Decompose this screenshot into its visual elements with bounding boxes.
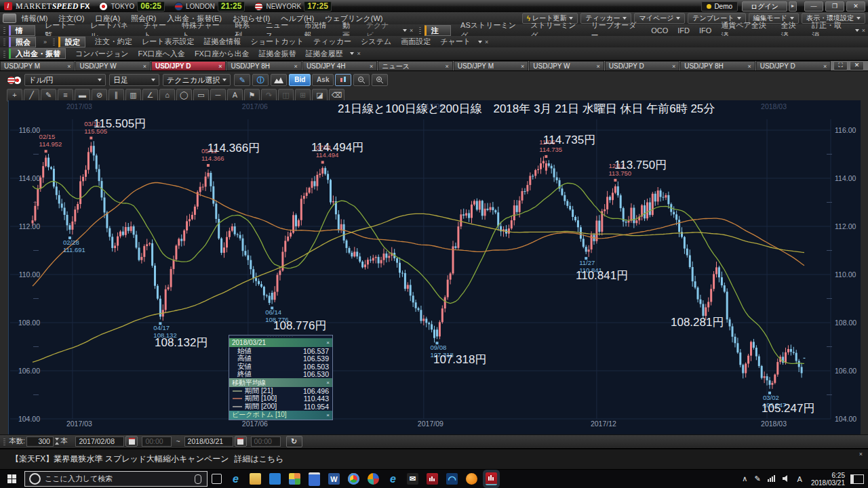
tab-usdjpy-m-2[interactable]: USD/JPY M× xyxy=(454,61,528,70)
hlines-tool-icon[interactable]: ≡ xyxy=(58,89,73,102)
news-close-icon[interactable]: × xyxy=(859,451,863,458)
tb-rate-display-settings[interactable]: レート表示設定 xyxy=(137,37,199,47)
maximize-pane-icon[interactable]: ⛶ xyxy=(833,61,848,70)
tb-chart-settings[interactable]: チャート xyxy=(435,37,475,47)
news-detail-link[interactable]: 詳細はこちら xyxy=(234,453,283,465)
reload-chart-icon[interactable]: ↻ xyxy=(286,436,302,447)
edge-2-icon[interactable]: e xyxy=(387,473,399,485)
tb-margin-transfer[interactable]: 証拠金振替 xyxy=(254,49,300,59)
close-icon[interactable]: × xyxy=(326,380,330,386)
marker-tool-icon[interactable]: ⚑ xyxy=(244,89,260,102)
restore-button[interactable]: ❐ xyxy=(825,1,844,12)
store-icon[interactable] xyxy=(269,473,281,485)
copy-tool-icon[interactable]: ◫ xyxy=(278,89,294,102)
clear-tool-icon[interactable]: ⌫ xyxy=(329,89,344,102)
speedline-tool-icon[interactable]: ⊘ xyxy=(92,89,107,102)
crosshair-tool-icon[interactable]: + xyxy=(7,89,22,102)
zoom-in-icon[interactable] xyxy=(372,74,388,86)
chart-data-tooltip[interactable]: ·········· 2018/03/21× 始値106.537 高値106.5… xyxy=(229,335,333,420)
pinwheel-app-icon[interactable] xyxy=(368,473,379,485)
calendar-icon[interactable] xyxy=(235,436,247,447)
tab-usdjpy-w-1[interactable]: USD/JPY W× xyxy=(75,61,150,70)
date-to-input[interactable]: 2018/03/21 xyxy=(184,436,233,447)
date-from-input[interactable]: 2017/02/08 xyxy=(75,436,124,447)
rectangle-tool-icon[interactable]: ▭ xyxy=(193,89,209,102)
action-center-icon[interactable] xyxy=(850,474,864,484)
chrome-icon[interactable] xyxy=(348,473,359,485)
candlestick-chart[interactable]: 116.00116.00114.00114.00112.00112.00110.… xyxy=(9,100,861,434)
marketspeed-fx-active-icon[interactable] xyxy=(486,472,497,485)
draw-mode-icon[interactable]: ✎ xyxy=(234,74,250,86)
ellipse-tool-icon[interactable]: ◯ xyxy=(176,89,192,102)
tb-ifd[interactable]: IFD xyxy=(673,26,694,35)
vlines-tool-icon[interactable]: ▥ xyxy=(125,89,141,102)
tab-usdjpy-4h[interactable]: USD/JPY 4H× xyxy=(302,61,377,70)
toolbar-close-icon[interactable]: × xyxy=(407,27,416,34)
close-button[interactable]: ✕ xyxy=(846,1,865,12)
orange-app-icon[interactable] xyxy=(466,473,477,485)
tb-fx-deposit[interactable]: FX口座へ入金 xyxy=(134,49,190,59)
office-icon[interactable] xyxy=(289,473,300,485)
tab-usdjpy-m-1[interactable]: USD/JPY M× xyxy=(0,61,75,70)
band-tool-icon[interactable]: ▬ xyxy=(75,89,90,102)
count-stepper[interactable] xyxy=(55,437,59,445)
drag-grip[interactable] xyxy=(3,50,5,58)
paste-tool-icon[interactable]: ⊞ xyxy=(295,89,311,102)
tab-usdjpy-8h-1[interactable]: USD/JPY 8H× xyxy=(226,61,301,70)
pen-icon[interactable]: ✎ xyxy=(754,474,760,483)
pentagon-tool-icon[interactable]: ⌂ xyxy=(159,89,175,102)
tab-usdjpy-d-2[interactable]: USD/JPY D× xyxy=(605,61,679,70)
timeframe-select[interactable]: 日足 xyxy=(109,74,159,86)
tb-margin-history[interactable]: 証拠金履歴 xyxy=(300,49,347,59)
login-dropdown-button[interactable]: ▸ xyxy=(789,1,797,12)
area-chart-icon[interactable] xyxy=(271,74,287,86)
tb-ticker-settings[interactable]: ティッカー xyxy=(309,37,356,47)
ask-toggle[interactable]: Ask xyxy=(312,74,334,86)
overflow-chevron-icon[interactable]: » xyxy=(41,39,50,45)
volume-icon[interactable] xyxy=(783,475,791,483)
candle-style-icon[interactable] xyxy=(335,74,351,86)
pair-select[interactable]: ドル/円 xyxy=(24,74,106,86)
trendline-tool-icon[interactable]: ╱ xyxy=(24,89,39,102)
drag-grip[interactable] xyxy=(3,38,5,45)
tb-screen-settings[interactable]: 画面設定 xyxy=(396,37,435,47)
zoom-out-icon[interactable] xyxy=(353,74,370,86)
tab-usdjpy-d-active[interactable]: USD/JPY D× xyxy=(151,61,226,70)
bar-count-input[interactable]: 300 xyxy=(26,436,54,447)
file-explorer-icon[interactable] xyxy=(250,473,261,485)
hline-tool-icon[interactable]: ─ xyxy=(210,89,226,102)
tb-order-execution[interactable]: 注文・約定 xyxy=(90,37,137,47)
tab-usdjpy-8h-2[interactable]: USD/JPY 8H× xyxy=(680,61,755,70)
close-pane-icon[interactable]: ✕ xyxy=(850,61,864,70)
tb-shortcut[interactable]: ショートカット xyxy=(246,37,309,47)
tab-usdjpy-w-2[interactable]: USD/JPY W× xyxy=(529,61,604,70)
tab-close-icon[interactable]: × xyxy=(67,63,71,70)
tab-news[interactable]: ニュース× xyxy=(378,61,452,70)
technical-select-button[interactable]: テクニカル選択 xyxy=(163,74,231,86)
minimize-button[interactable]: — xyxy=(804,1,823,12)
rotate-tool-icon[interactable]: ↷ xyxy=(261,89,277,102)
taskbar-search-input[interactable]: ここに入力して検索 xyxy=(24,471,208,487)
window-menu-icon[interactable] xyxy=(3,14,16,23)
marketspeed-icon[interactable] xyxy=(427,473,438,485)
tb-conversion[interactable]: コンバージョン xyxy=(71,49,134,59)
tb-fx-withdraw[interactable]: FX口座から出金 xyxy=(190,49,254,59)
close-icon[interactable]: × xyxy=(326,340,330,346)
ime-mode-indicator[interactable]: A xyxy=(797,475,802,483)
tb-margin-info[interactable]: 証拠金情報 xyxy=(199,37,246,47)
angle-tool-icon[interactable]: ∠ xyxy=(142,89,158,102)
tb-ifo[interactable]: IFO xyxy=(694,26,716,35)
drag-grip[interactable] xyxy=(3,26,5,34)
tb-oco[interactable]: OCO xyxy=(646,26,673,35)
word-icon[interactable]: W xyxy=(328,473,340,485)
calendar-icon[interactable] xyxy=(125,436,138,447)
info-icon[interactable]: ⓘ xyxy=(252,74,269,86)
swoosh-app-icon[interactable]: ◠ xyxy=(446,473,458,485)
tab-usdjpy-d-3[interactable]: USD/JPY D× xyxy=(756,61,831,70)
freehand-tool-icon[interactable]: ✎ xyxy=(41,89,56,102)
drag-grip[interactable] xyxy=(419,26,421,34)
edge-icon[interactable]: e xyxy=(230,473,241,485)
drag-grip[interactable] xyxy=(3,438,5,445)
network-icon[interactable] xyxy=(768,475,776,483)
taskbar-clock[interactable]: 6:252018/03/21 xyxy=(811,472,845,487)
